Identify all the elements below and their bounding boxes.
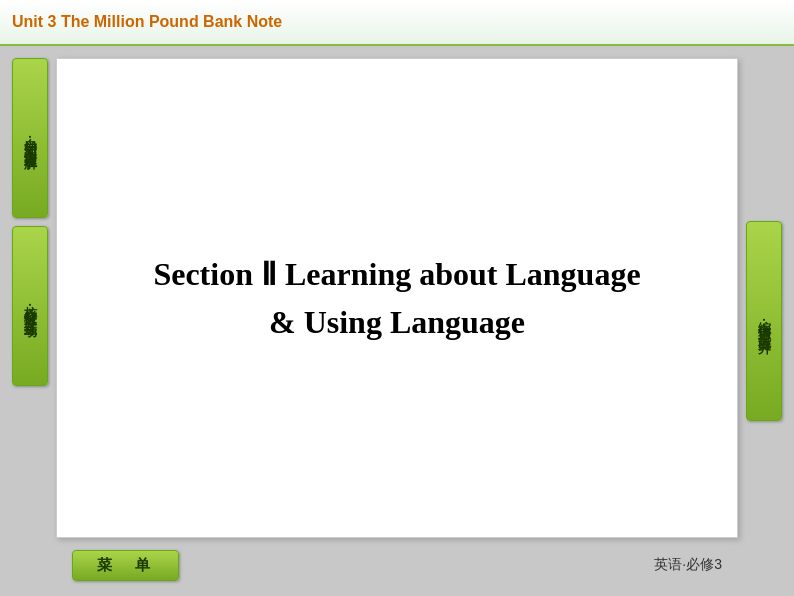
slide-line2: & Using Language — [153, 298, 640, 346]
slide-line1: Section Ⅱ Learning about Language — [153, 250, 640, 298]
unit-title: Unit 3 The Million Pound Bank Note — [12, 13, 282, 31]
left-sidebar: 自学新知·语篇理解 核心突破·导练互动 — [12, 58, 48, 584]
center-content: Section Ⅱ Learning about Language & Usin… — [56, 58, 738, 584]
slide-title: Section Ⅱ Learning about Language & Usin… — [113, 230, 680, 366]
sidebar-btn-comprehensive[interactable]: 综合训练·能力提升 — [746, 221, 782, 421]
sidebar-btn-self-study[interactable]: 自学新知·语篇理解 — [12, 58, 48, 218]
bottom-right-label: 英语·必修3 — [654, 556, 722, 574]
right-sidebar: 综合训练·能力提升 — [746, 58, 782, 584]
main-area: 自学新知·语篇理解 核心突破·导练互动 Section Ⅱ Learning a… — [0, 46, 794, 596]
bottom-bar: 菜 单 英语·必修3 — [56, 546, 738, 584]
menu-button[interactable]: 菜 单 — [72, 550, 179, 581]
top-bar: Unit 3 The Million Pound Bank Note — [0, 0, 794, 46]
slide-area: Section Ⅱ Learning about Language & Usin… — [56, 58, 738, 538]
sidebar-btn-core[interactable]: 核心突破·导练互动 — [12, 226, 48, 386]
